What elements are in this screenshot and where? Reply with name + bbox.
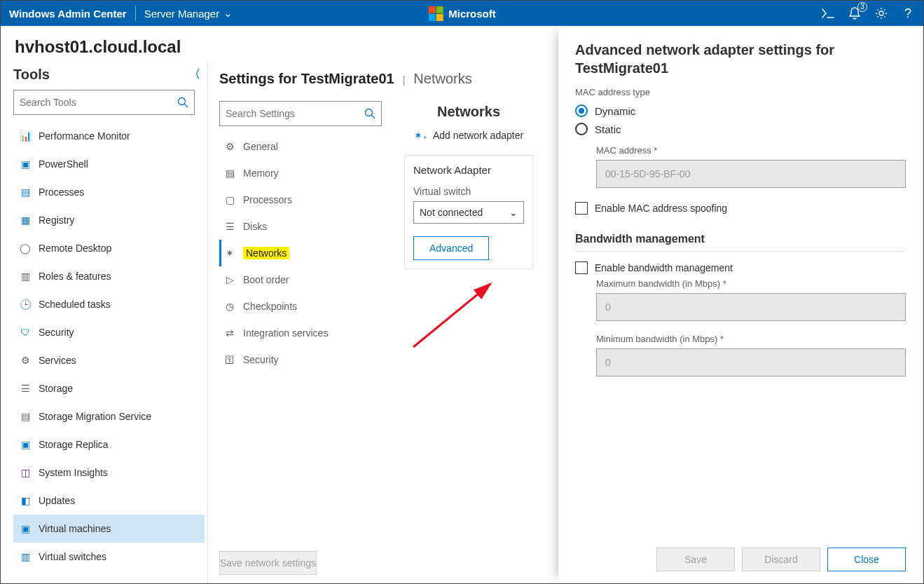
min-bandwidth-label: Minimum bandwidth (in Mbps) *	[596, 334, 906, 344]
tool-item-remote-desktop[interactable]: ◯Remote Desktop	[13, 234, 205, 262]
tool-picker[interactable]: Server Manager ⌄	[144, 7, 233, 20]
tools-search-input[interactable]	[20, 97, 177, 108]
tools-heading-label: Tools	[13, 67, 50, 83]
tool-item-roles-features[interactable]: ▥Roles & features	[13, 262, 205, 290]
network-icon: ✶	[223, 247, 236, 259]
settings-item-boot-order[interactable]: ▷Boot order	[219, 266, 387, 293]
virtual-switch-dropdown[interactable]: Not connected ⌄	[413, 201, 524, 224]
radio-static-label: Static	[595, 123, 621, 135]
updates-icon: ◧	[19, 494, 32, 507]
tool-item-registry[interactable]: ▦Registry	[13, 206, 205, 234]
settings-item-memory[interactable]: ▤Memory	[219, 160, 387, 186]
svg-point-1	[179, 98, 186, 105]
add-network-adapter[interactable]: ✶₊ Add network adapter	[404, 127, 533, 155]
tool-label: Scheduled tasks	[39, 299, 111, 310]
panel-close-button[interactable]: Close	[827, 548, 906, 571]
tasks-icon: 🕒	[19, 298, 32, 311]
tool-item-security[interactable]: 🛡Security	[13, 318, 205, 346]
mac-spoofing-checkbox[interactable]: Enable MAC address spoofing	[575, 202, 906, 215]
min-bandwidth-input: 0	[596, 348, 906, 376]
tool-item-services[interactable]: ⚙Services	[13, 346, 205, 374]
vswitch-icon: ▥	[19, 550, 32, 563]
bandwidth-enable-label: Enable bandwidth management	[595, 262, 733, 273]
radio-dynamic[interactable]: Dynamic	[575, 104, 906, 117]
set-label: Checkpoints	[243, 301, 297, 312]
advanced-button[interactable]: Advanced	[413, 236, 489, 260]
key-icon: ⚿	[223, 353, 236, 366]
bandwidth-enable-checkbox[interactable]: Enable bandwidth management	[575, 262, 906, 274]
migration-icon: ▤	[19, 410, 32, 423]
settings-crumb: Networks	[413, 71, 471, 87]
tool-label: PowerShell	[39, 158, 88, 170]
checkpoint-icon: ◷	[223, 300, 236, 313]
tool-item-storage-migration[interactable]: ▤Storage Migration Service	[13, 402, 205, 430]
shield-icon: 🛡	[19, 326, 32, 339]
settings-item-general[interactable]: ⚙General	[219, 133, 387, 160]
settings-item-integration[interactable]: ⇄Integration services	[219, 320, 387, 346]
network-footer: Save network settings	[208, 543, 544, 583]
advanced-settings-panel: Advanced network adapter settings for Te…	[558, 27, 923, 583]
ms-brand: Microsoft	[428, 6, 496, 21]
settings-nav: ⚙General ▤Memory ▢Processors ☰Disks ✶Net…	[219, 101, 387, 373]
set-label: Boot order	[243, 274, 289, 285]
roles-icon: ▥	[19, 270, 32, 283]
tool-item-powershell[interactable]: ▣PowerShell	[13, 150, 205, 178]
settings-item-disks[interactable]: ☰Disks	[219, 213, 387, 240]
mac-address-label: MAC address *	[596, 145, 906, 156]
networks-title: Networks	[404, 101, 533, 127]
set-label: Processors	[243, 194, 292, 205]
set-label: General	[243, 141, 278, 152]
add-network-label: Add network adapter	[433, 130, 523, 141]
processes-icon: ▤	[19, 186, 32, 198]
settings-item-processors[interactable]: ▢Processors	[219, 186, 387, 213]
virtual-switch-value: Not connected	[420, 207, 483, 218]
tool-label: System Insights	[39, 467, 108, 478]
tool-item-updates[interactable]: ◧Updates	[13, 487, 205, 515]
help-icon[interactable]: ?	[901, 6, 915, 20]
tool-label: Services	[39, 355, 76, 366]
collapse-tools-icon[interactable]: 〈	[189, 67, 207, 82]
separator: |	[397, 74, 411, 86]
settings-item-networks[interactable]: ✶Networks	[219, 240, 387, 266]
settings-item-security[interactable]: ⚿Security	[219, 346, 387, 373]
integration-icon: ⇄	[223, 327, 236, 339]
settings-item-checkpoints[interactable]: ◷Checkpoints	[219, 293, 387, 320]
svg-point-2	[366, 109, 373, 116]
tool-item-storage-replica[interactable]: ▣Storage Replica	[13, 430, 205, 459]
tool-label: Virtual switches	[39, 551, 106, 562]
set-label: Networks	[243, 247, 289, 259]
panel-title-vm: TestMigrate01	[575, 60, 668, 76]
settings-search[interactable]	[219, 101, 382, 126]
ms-brand-label: Microsoft	[448, 8, 496, 20]
tool-item-system-insights[interactable]: ◫System Insights	[13, 459, 205, 487]
notifications-icon[interactable]: 3	[848, 6, 862, 20]
tools-search[interactable]	[13, 90, 195, 115]
mac-spoofing-label: Enable MAC address spoofing	[595, 203, 727, 214]
ms-logo-icon	[428, 6, 443, 21]
search-icon	[177, 97, 188, 108]
app-title[interactable]: Windows Admin Center	[9, 8, 127, 20]
memory-icon: ▤	[223, 167, 236, 179]
tool-item-virtual-machines[interactable]: ▣Virtual machines	[13, 515, 205, 543]
radio-icon	[575, 104, 588, 117]
settings-search-input[interactable]	[226, 108, 364, 119]
radio-static[interactable]: Static	[575, 123, 906, 135]
settings-heading: Settings for TestMigrate01	[219, 67, 394, 97]
tool-item-performance-monitor[interactable]: 📊Performance Monitor	[13, 122, 205, 150]
settings-icon[interactable]	[874, 6, 888, 20]
tool-item-processes[interactable]: ▤Processes	[13, 178, 205, 206]
tool-item-storage[interactable]: ☰Storage	[13, 374, 205, 402]
tool-item-scheduled-tasks[interactable]: 🕒Scheduled tasks	[13, 290, 205, 318]
panel-title-prefix: Advanced network adapter settings for	[575, 42, 834, 57]
divider	[135, 6, 136, 21]
tools-list[interactable]: 📊Performance Monitor ▣PowerShell ▤Proces…	[13, 122, 205, 583]
replica-icon: ▣	[19, 438, 32, 451]
console-icon[interactable]	[821, 6, 835, 20]
settings-list: ⚙General ▤Memory ▢Processors ☰Disks ✶Net…	[219, 133, 387, 373]
tools-column: Tools 〈 📊Performance Monitor ▣PowerShell…	[1, 62, 208, 583]
powershell-icon: ▣	[19, 158, 32, 170]
card-title: Network Adapter	[413, 164, 524, 176]
tool-label: Updates	[39, 495, 75, 506]
tool-item-virtual-switches[interactable]: ▥Virtual switches	[13, 543, 205, 571]
tool-label: Processes	[39, 186, 84, 198]
